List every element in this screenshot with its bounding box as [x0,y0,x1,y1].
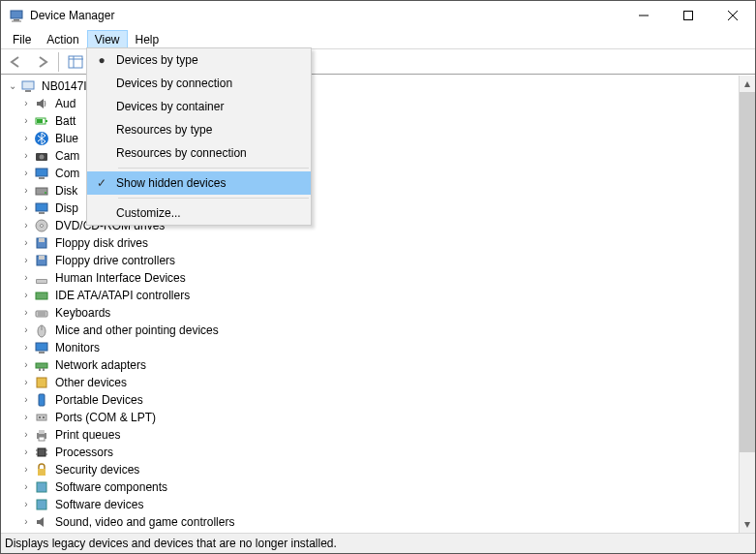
forward-button[interactable] [30,51,53,73]
other-devices-icon [34,375,49,390]
expander-icon[interactable]: › [18,115,34,126]
tree-item[interactable]: ›Network adapters [1,356,739,374]
app-icon [9,8,24,23]
svg-rect-47 [37,415,46,420]
titlebar: Device Manager [1,1,755,30]
svg-point-49 [43,416,45,418]
tree-item[interactable]: ›Monitors [1,339,739,356]
svg-rect-16 [37,119,43,123]
menu-view[interactable]: View [87,30,128,48]
expander-icon[interactable]: › [18,377,34,387]
tree-item[interactable]: ›Other devices [1,374,739,391]
expander-icon[interactable]: › [18,255,34,265]
expander-icon[interactable]: › [18,133,34,143]
expander-icon[interactable]: › [18,202,34,213]
tree-item-label: Human Interface Devices [53,271,188,285]
expander-icon[interactable]: › [18,220,34,231]
tree-item[interactable]: ›Print queues [1,426,739,444]
menu-customize[interactable]: Customize... [87,201,311,225]
expander-icon[interactable]: ⌄ [5,80,20,91]
bluetooth-icon [34,131,49,146]
back-button[interactable] [5,51,28,73]
expander-icon[interactable]: › [18,499,34,509]
tree-item[interactable]: ›Human Interface Devices [1,269,739,287]
menu-devices-by-container[interactable]: Devices by container [87,95,311,118]
svg-point-19 [40,154,45,159]
expander-icon[interactable]: › [18,290,34,300]
menu-separator [118,168,309,169]
menu-resources-by-type[interactable]: Resources by type [87,118,311,141]
tree-item[interactable]: ›Software devices [1,496,739,513]
menu-resources-by-connection[interactable]: Resources by connection [87,141,311,165]
expander-icon[interactable]: › [18,168,34,178]
tree-item[interactable]: ›Processors [1,444,739,461]
menu-item-label: Resources by connection [116,146,247,160]
menu-action[interactable]: Action [39,30,86,48]
tree-item[interactable]: ›Mice and other pointing devices [1,322,739,339]
menu-help[interactable]: Help [128,30,167,48]
scroll-thumb[interactable] [740,92,755,452]
expander-icon[interactable]: › [18,272,34,283]
expander-icon[interactable]: › [18,98,34,108]
tree-item-label: Other devices [53,376,129,389]
menu-devices-by-connection[interactable]: Devices by connection [87,72,311,95]
tree-item[interactable]: ›Security devices [1,461,739,478]
floppy-controller-icon [34,253,49,268]
tree-item[interactable]: ›Floppy disk drives [1,234,739,252]
tree-root-label: NB0147I [40,79,89,93]
tree-item-label: Cam [53,149,81,163]
expander-icon[interactable]: › [18,464,34,475]
menu-item-label: Devices by connection [116,77,232,90]
svg-rect-2 [12,21,21,22]
expander-icon[interactable]: › [18,150,34,161]
vertical-scrollbar[interactable]: ▴ ▾ [739,76,755,533]
scroll-down-button[interactable]: ▾ [740,516,755,533]
expander-icon[interactable]: › [18,324,34,335]
svg-rect-45 [37,378,46,387]
minimize-button[interactable] [621,1,666,30]
computer-icon [34,166,49,181]
expander-icon[interactable]: › [18,481,34,492]
expander-icon[interactable]: › [18,394,34,405]
tree-item-label: Blue [53,132,80,145]
expander-icon[interactable]: › [18,412,34,422]
close-button[interactable] [711,1,755,30]
tree-item[interactable]: ›Portable Devices [1,391,739,409]
tree-item[interactable]: ›Floppy drive controllers [1,252,739,269]
ports-icon [34,410,49,425]
tree-item[interactable]: ›IDE ATA/ATAPI controllers [1,287,739,304]
scroll-up-button[interactable]: ▴ [740,76,755,92]
software-icon [34,497,49,512]
expander-icon[interactable]: › [18,307,34,318]
tree-item[interactable]: ›Sound, video and game controllers [1,513,739,531]
window-title: Device Manager [30,9,621,22]
tree-item[interactable]: ›Keyboards [1,304,739,322]
expander-icon[interactable]: › [18,446,34,457]
expander-icon[interactable]: › [18,185,34,196]
svg-rect-60 [37,500,46,509]
svg-rect-7 [69,56,82,68]
menu-file[interactable]: File [5,30,39,48]
tree-item-label: Security devices [53,463,141,477]
maximize-button[interactable] [666,1,711,30]
svg-rect-33 [37,280,46,283]
menu-devices-by-type[interactable]: ●Devices by type [87,48,311,72]
expander-icon[interactable]: › [18,516,34,527]
menu-show-hidden-devices[interactable]: ✓Show hidden devices [87,171,311,195]
expander-icon[interactable]: › [18,359,34,370]
menu-item-label: Resources by type [116,123,212,137]
tree-item-label: Floppy disk drives [53,236,150,250]
expander-icon[interactable]: › [18,429,34,440]
tree-item-label: Mice and other pointing devices [53,323,221,337]
scroll-track[interactable] [740,92,755,516]
hid-icon [34,270,49,286]
expander-icon[interactable]: › [18,237,34,248]
svg-rect-42 [36,363,47,368]
expander-icon[interactable]: › [18,342,34,353]
bullet-icon: ● [87,53,116,67]
svg-rect-15 [45,120,47,122]
tree-item[interactable]: ›Software components [1,478,739,496]
svg-rect-59 [37,482,46,492]
show-hide-tree-button[interactable] [64,51,87,73]
tree-item[interactable]: ›Ports (COM & LPT) [1,409,739,426]
